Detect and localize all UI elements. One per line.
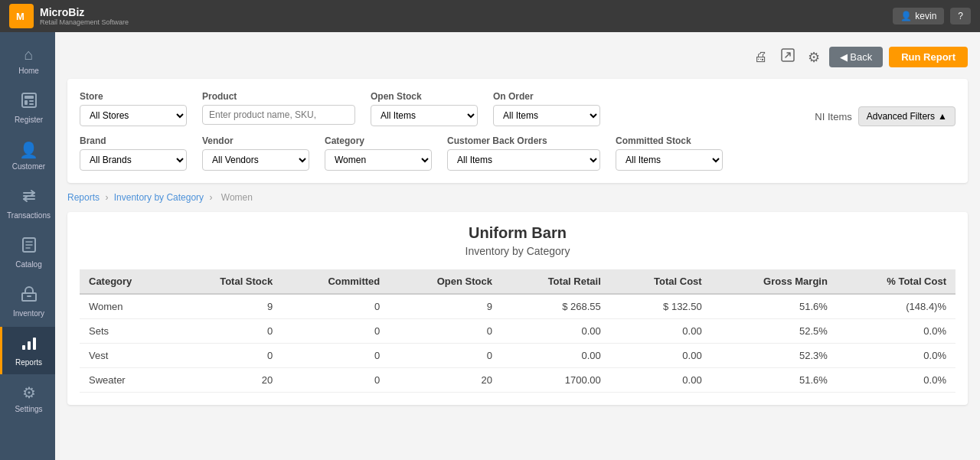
committed-stock-select[interactable]: All Items: [616, 149, 723, 171]
on-order-filter: On Order All Items: [493, 91, 600, 126]
on-order-label: On Order: [493, 91, 600, 102]
export-button[interactable]: [777, 44, 799, 70]
username: kevin: [915, 11, 936, 21]
committed-stock-filter: Committed Stock All Items: [616, 135, 723, 171]
help-button[interactable]: ?: [950, 8, 971, 24]
sidebar-item-label: Reports: [15, 358, 42, 367]
ni-items-label: NI Items: [815, 111, 851, 122]
filter-row-2: Brand All Brands Vendor All Vendors Cate…: [80, 135, 956, 171]
svg-rect-11: [33, 338, 36, 350]
filters-panel: Store All Stores Product Open Stock All …: [67, 79, 968, 183]
svg-rect-5: [29, 100, 34, 102]
open-stock-label: Open Stock: [371, 91, 478, 102]
transactions-icon: [21, 188, 38, 208]
cell-committed: 0: [282, 368, 389, 393]
sidebar-item-customer[interactable]: 👤 Customer: [0, 133, 55, 178]
print-icon: 🖨: [754, 49, 768, 64]
store-select[interactable]: All Stores: [80, 105, 187, 126]
breadcrumb-reports[interactable]: Reports: [67, 192, 100, 203]
breadcrumb: Reports › Inventory by Category › Women: [67, 192, 968, 203]
col-header-gross-margin: Gross Margin: [711, 269, 837, 294]
cell-total_stock: 20: [173, 368, 282, 393]
product-filter: Product: [202, 91, 355, 126]
cell-gross_margin: 52.5%: [711, 319, 837, 344]
filter-row-1: Store All Stores Product Open Stock All …: [80, 91, 956, 126]
top-bar: M MicroBiz Retail Management Software 👤 …: [0, 0, 980, 32]
sidebar-item-reports[interactable]: Reports: [0, 327, 55, 374]
col-header-category: Category: [80, 269, 173, 294]
advanced-filters-button[interactable]: Advanced Filters ▲: [858, 106, 956, 126]
svg-text:M: M: [16, 11, 24, 22]
sidebar-item-label: Register: [15, 116, 43, 124]
content-area: 🖨 ⚙ ◀ Back Run Report Store: [55, 32, 980, 460]
cell-pct_total_cost: 0.0%: [837, 319, 956, 344]
category-select[interactable]: Women: [325, 149, 432, 171]
breadcrumb-separator-1: ›: [105, 192, 110, 203]
cell-category: Sweater: [80, 368, 173, 393]
app-name: MicroBiz: [40, 6, 129, 18]
cell-total_stock: 9: [173, 294, 282, 319]
sidebar: ⌂ Home Register 👤 Customer: [0, 32, 55, 460]
product-input[interactable]: [202, 105, 355, 125]
chevron-up-icon: ▲: [938, 111, 947, 122]
brand-select[interactable]: All Brands: [80, 149, 187, 171]
cell-total_retail: $ 268.55: [501, 294, 610, 319]
cell-pct_total_cost: 0.0%: [837, 368, 956, 393]
table-row: Vest0000.000.0052.3%0.0%: [80, 344, 956, 368]
settings-button[interactable]: ⚙: [805, 46, 823, 69]
table-row: Women909$ 268.55$ 132.5051.6%(148.4)%: [80, 294, 956, 319]
open-stock-filter: Open Stock All Items: [371, 91, 478, 126]
register-icon: [21, 92, 38, 113]
cell-committed: 0: [282, 319, 389, 344]
inventory-icon: [21, 285, 38, 306]
sidebar-item-transactions[interactable]: Transactions: [0, 180, 55, 227]
svg-rect-4: [24, 100, 28, 105]
breadcrumb-current: Women: [221, 192, 253, 203]
user-button[interactable]: 👤 kevin: [893, 8, 944, 24]
cell-category: Women: [80, 294, 173, 319]
settings-icon: ⚙: [22, 383, 36, 402]
cell-total_retail: 0.00: [501, 344, 610, 368]
cell-pct_total_cost: 0.0%: [837, 344, 956, 368]
cell-total_cost: $ 132.50: [610, 294, 711, 319]
sidebar-item-label: Home: [18, 67, 39, 75]
export-icon: [780, 51, 795, 66]
table-row: Sweater200201700.000.0051.6%0.0%: [80, 368, 956, 393]
store-filter: Store All Stores: [80, 91, 187, 126]
cell-open_stock: 0: [389, 319, 501, 344]
category-filter: Category Women: [325, 135, 432, 171]
cell-committed: 0: [282, 294, 389, 319]
top-bar-actions: 👤 kevin ?: [893, 8, 971, 24]
cell-category: Sets: [80, 319, 173, 344]
report-container: Uniform Barn Inventory by Category Categ…: [67, 212, 968, 405]
gear-icon: ⚙: [808, 50, 820, 65]
toolbar: 🖨 ⚙ ◀ Back Run Report: [67, 44, 968, 70]
back-button[interactable]: ◀ Back: [829, 47, 884, 67]
sidebar-item-catalog[interactable]: Catalog: [0, 229, 55, 276]
on-order-select[interactable]: All Items: [493, 105, 600, 126]
customer-back-orders-select[interactable]: All Items: [447, 149, 600, 171]
sidebar-item-settings[interactable]: ⚙ Settings: [0, 376, 55, 421]
breadcrumb-inventory[interactable]: Inventory by Category: [114, 192, 204, 203]
store-label: Store: [80, 91, 187, 102]
run-report-button[interactable]: Run Report: [889, 47, 968, 67]
sidebar-item-label: Inventory: [13, 309, 44, 318]
col-header-total-stock: Total Stock: [173, 269, 282, 294]
sidebar-item-register[interactable]: Register: [0, 84, 55, 132]
customer-back-orders-filter: Customer Back Orders All Items: [447, 135, 600, 171]
vendor-select[interactable]: All Vendors: [202, 149, 309, 171]
open-stock-select[interactable]: All Items: [371, 105, 478, 126]
cell-total_stock: 0: [173, 319, 282, 344]
cell-gross_margin: 52.3%: [711, 344, 837, 368]
print-button[interactable]: 🖨: [751, 46, 771, 68]
col-header-pct-total-cost: % Total Cost: [837, 269, 956, 294]
sidebar-item-home[interactable]: ⌂ Home: [0, 38, 55, 83]
col-header-open-stock: Open Stock: [389, 269, 501, 294]
sidebar-item-label: Transactions: [7, 211, 51, 220]
help-icon: ?: [958, 11, 963, 21]
sidebar-item-label: Settings: [15, 405, 42, 413]
col-header-total-retail: Total Retail: [501, 269, 610, 294]
customer-back-orders-label: Customer Back Orders: [447, 135, 600, 146]
sidebar-item-inventory[interactable]: Inventory: [0, 278, 55, 325]
cell-pct_total_cost: (148.4)%: [837, 294, 956, 319]
